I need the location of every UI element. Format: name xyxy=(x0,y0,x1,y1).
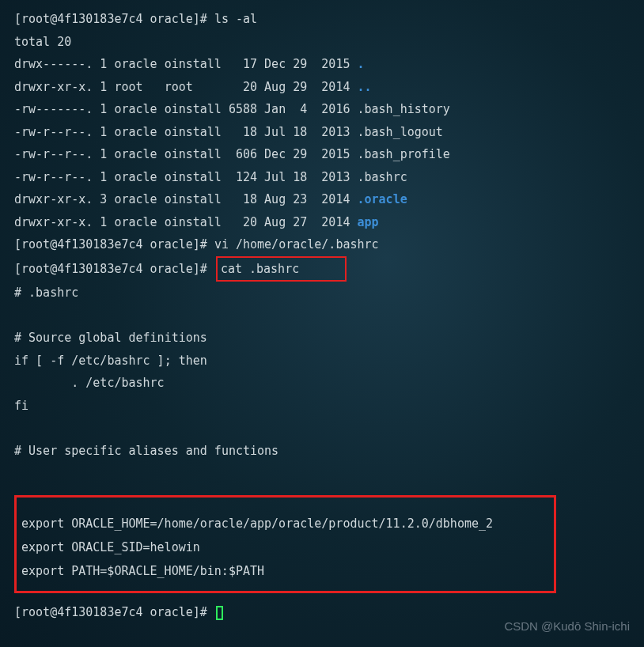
file-name: .bashrc xyxy=(357,170,407,184)
file-name: .bash_logout xyxy=(357,125,442,139)
command-line-cat: [root@4f130183e7c4 oracle]# cat .bashrc xyxy=(14,256,630,282)
ls-row: -rw-------. 1 oracle oinstall 6588 Jan 4… xyxy=(14,98,630,121)
prompt: [root@4f130183e7c4 oracle]# xyxy=(14,237,207,252)
export-line: export PATH=$ORACLE_HOME/bin:$PATH xyxy=(21,559,549,583)
command-line-ls: [root@4f130183e7c4 oracle]# ls -al xyxy=(14,8,630,31)
ls-row: drwx------. 1 oracle oinstall 17 Dec 29 … xyxy=(14,53,630,76)
export-line: export ORACLE_HOME=/home/oracle/app/orac… xyxy=(21,512,549,535)
bashrc-line: # Source global definitions xyxy=(14,327,630,350)
command-line-vi: [root@4f130183e7c4 oracle]# vi /home/ora… xyxy=(14,233,630,256)
bashrc-line: # User specific aliases and functions xyxy=(14,440,630,463)
cursor-icon[interactable] xyxy=(216,606,223,620)
bashrc-line: fi xyxy=(14,395,630,418)
ls-listing: drwx------. 1 oracle oinstall 17 Dec 29 … xyxy=(14,53,630,233)
file-name: .. xyxy=(357,80,371,94)
file-name: . xyxy=(357,57,364,71)
bashrc-line: # .bashrc xyxy=(14,282,630,305)
prompt: [root@4f130183e7c4 oracle]# xyxy=(14,605,207,619)
command-text: ls -al xyxy=(214,12,257,26)
prompt: [root@4f130183e7c4 oracle]# xyxy=(14,12,207,26)
ls-row: -rw-r--r--. 1 oracle oinstall 124 Jul 18… xyxy=(14,166,630,189)
highlight-box-exports: export ORACLE_HOME=/home/oracle/app/orac… xyxy=(14,495,556,593)
ls-row: -rw-r--r--. 1 oracle oinstall 18 Jul 18 … xyxy=(14,121,630,144)
command-text: vi /home/oracle/.bashrc xyxy=(214,237,379,252)
ls-row: drwxr-xr-x. 3 oracle oinstall 18 Aug 23 … xyxy=(14,188,630,211)
highlight-box-command: cat .bashrc xyxy=(216,256,347,282)
ls-row: drwxr-xr-x. 1 oracle oinstall 20 Aug 27 … xyxy=(14,211,630,234)
watermark: CSDN @Kudō Shin-ichi xyxy=(504,615,630,638)
ls-row: -rw-r--r--. 1 oracle oinstall 606 Dec 29… xyxy=(14,143,630,166)
file-name: .bash_profile xyxy=(357,147,449,161)
file-name: app xyxy=(357,215,378,229)
file-name: .oracle xyxy=(357,192,407,206)
blank-line xyxy=(14,305,630,327)
bashrc-line: if [ -f /etc/bashrc ]; then xyxy=(14,350,630,373)
ls-total: total 20 xyxy=(14,31,630,54)
blank-line xyxy=(14,417,630,440)
ls-row: drwxr-xr-x. 1 root root 20 Aug 29 2014 .… xyxy=(14,76,630,99)
bashrc-line: . /etc/bashrc xyxy=(14,372,630,395)
prompt: [root@4f130183e7c4 oracle]# xyxy=(14,262,207,276)
command-text: cat .bashrc xyxy=(221,262,299,276)
export-line: export ORACLE_SID=helowin xyxy=(21,535,549,559)
file-name: .bash_history xyxy=(357,102,449,116)
